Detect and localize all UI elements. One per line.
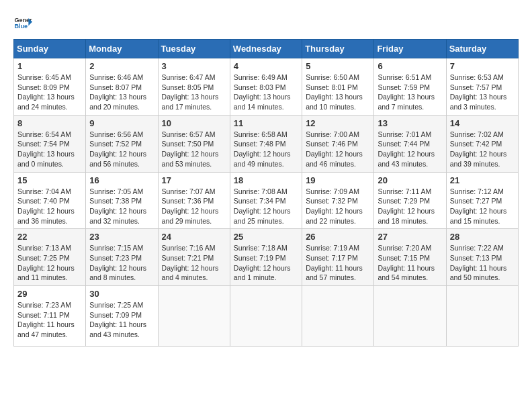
weekday-header-friday: Friday xyxy=(374,40,446,58)
calendar-cell: 1 Sunrise: 6:45 AMSunset: 8:09 PMDayligh… xyxy=(14,58,86,116)
day-number: 9 xyxy=(89,118,154,128)
calendar-cell: 14 Sunrise: 7:02 AMSunset: 7:42 PMDaylig… xyxy=(446,115,518,172)
calendar-cell: 27 Sunrise: 7:20 AMSunset: 7:15 PMDaylig… xyxy=(374,229,446,286)
calendar-cell: 28 Sunrise: 7:22 AMSunset: 7:13 PMDaylig… xyxy=(446,229,518,286)
cell-details: Sunrise: 7:12 AMSunset: 7:27 PMDaylight:… xyxy=(450,187,507,225)
day-number: 2 xyxy=(89,61,154,71)
cell-details: Sunrise: 7:20 AMSunset: 7:15 PMDaylight:… xyxy=(378,244,435,281)
calendar-header-row: SundayMondayTuesdayWednesdayThursdayFrid… xyxy=(14,40,519,58)
calendar-cell: 21 Sunrise: 7:12 AMSunset: 7:27 PMDaylig… xyxy=(446,172,518,229)
day-number: 23 xyxy=(89,232,154,242)
day-number: 12 xyxy=(306,118,370,128)
cell-details: Sunrise: 7:00 AMSunset: 7:46 PMDaylight:… xyxy=(306,130,363,168)
weekday-header-sunday: Sunday xyxy=(14,40,86,58)
day-number: 29 xyxy=(17,289,82,299)
day-number: 16 xyxy=(89,175,154,185)
calendar-cell xyxy=(158,286,230,347)
calendar-cell: 3 Sunrise: 6:47 AMSunset: 8:05 PMDayligh… xyxy=(158,58,230,116)
calendar-cell: 22 Sunrise: 7:13 AMSunset: 7:25 PMDaylig… xyxy=(14,229,86,286)
day-number: 22 xyxy=(17,232,82,242)
cell-details: Sunrise: 7:25 AMSunset: 7:09 PMDaylight:… xyxy=(89,301,146,338)
calendar-cell xyxy=(302,286,374,347)
cell-details: Sunrise: 7:07 AMSunset: 7:36 PMDaylight:… xyxy=(162,187,219,225)
day-number: 6 xyxy=(378,61,442,71)
day-number: 21 xyxy=(450,175,515,185)
cell-details: Sunrise: 6:49 AMSunset: 8:03 PMDaylight:… xyxy=(234,73,291,111)
calendar-week-row: 15 Sunrise: 7:04 AMSunset: 7:40 PMDaylig… xyxy=(14,172,519,229)
day-number: 19 xyxy=(306,175,370,185)
cell-details: Sunrise: 6:46 AMSunset: 8:07 PMDaylight:… xyxy=(89,73,146,111)
cell-details: Sunrise: 7:19 AMSunset: 7:17 PMDaylight:… xyxy=(306,244,363,281)
weekday-header-monday: Monday xyxy=(86,40,158,58)
calendar-cell: 23 Sunrise: 7:15 AMSunset: 7:23 PMDaylig… xyxy=(86,229,158,286)
calendar-cell: 17 Sunrise: 7:07 AMSunset: 7:36 PMDaylig… xyxy=(158,172,230,229)
calendar-cell: 8 Sunrise: 6:54 AMSunset: 7:54 PMDayligh… xyxy=(14,115,86,172)
day-number: 10 xyxy=(162,118,226,128)
calendar-cell: 29 Sunrise: 7:23 AMSunset: 7:11 PMDaylig… xyxy=(14,286,86,347)
day-number: 17 xyxy=(162,175,226,185)
calendar-week-row: 1 Sunrise: 6:45 AMSunset: 8:09 PMDayligh… xyxy=(14,58,519,116)
cell-details: Sunrise: 6:51 AMSunset: 7:59 PMDaylight:… xyxy=(378,73,435,111)
day-number: 5 xyxy=(306,61,370,71)
cell-details: Sunrise: 7:08 AMSunset: 7:34 PMDaylight:… xyxy=(234,187,291,225)
day-number: 3 xyxy=(162,61,226,71)
cell-details: Sunrise: 7:18 AMSunset: 7:19 PMDaylight:… xyxy=(234,244,291,281)
calendar-cell: 6 Sunrise: 6:51 AMSunset: 7:59 PMDayligh… xyxy=(374,58,446,116)
day-number: 30 xyxy=(89,289,154,299)
day-number: 24 xyxy=(162,232,226,242)
day-number: 1 xyxy=(17,61,82,71)
cell-details: Sunrise: 6:50 AMSunset: 8:01 PMDaylight:… xyxy=(306,73,363,111)
calendar-cell: 13 Sunrise: 7:01 AMSunset: 7:44 PMDaylig… xyxy=(374,115,446,172)
weekday-header-wednesday: Wednesday xyxy=(230,40,302,58)
calendar-cell: 12 Sunrise: 7:00 AMSunset: 7:46 PMDaylig… xyxy=(302,115,374,172)
cell-details: Sunrise: 6:54 AMSunset: 7:54 PMDaylight:… xyxy=(17,130,75,168)
calendar-cell: 2 Sunrise: 6:46 AMSunset: 8:07 PMDayligh… xyxy=(86,58,158,116)
cell-details: Sunrise: 7:13 AMSunset: 7:25 PMDaylight:… xyxy=(17,244,75,281)
cell-details: Sunrise: 6:56 AMSunset: 7:52 PMDaylight:… xyxy=(89,130,146,168)
day-number: 14 xyxy=(450,118,515,128)
cell-details: Sunrise: 7:04 AMSunset: 7:40 PMDaylight:… xyxy=(17,187,75,225)
cell-details: Sunrise: 7:22 AMSunset: 7:13 PMDaylight:… xyxy=(450,244,507,281)
weekday-header-thursday: Thursday xyxy=(302,40,374,58)
cell-details: Sunrise: 6:58 AMSunset: 7:48 PMDaylight:… xyxy=(234,130,291,168)
page-header: General Blue xyxy=(13,13,519,32)
calendar-cell: 30 Sunrise: 7:25 AMSunset: 7:09 PMDaylig… xyxy=(86,286,158,347)
day-number: 28 xyxy=(450,232,515,242)
calendar-cell: 26 Sunrise: 7:19 AMSunset: 7:17 PMDaylig… xyxy=(302,229,374,286)
calendar-cell: 15 Sunrise: 7:04 AMSunset: 7:40 PMDaylig… xyxy=(14,172,86,229)
calendar-cell: 10 Sunrise: 6:57 AMSunset: 7:50 PMDaylig… xyxy=(158,115,230,172)
day-number: 27 xyxy=(378,232,442,242)
day-number: 11 xyxy=(234,118,298,128)
calendar-cell: 16 Sunrise: 7:05 AMSunset: 7:38 PMDaylig… xyxy=(86,172,158,229)
calendar-cell xyxy=(446,286,518,347)
cell-details: Sunrise: 6:53 AMSunset: 7:57 PMDaylight:… xyxy=(450,73,507,111)
calendar-cell: 20 Sunrise: 7:11 AMSunset: 7:29 PMDaylig… xyxy=(374,172,446,229)
cell-details: Sunrise: 6:57 AMSunset: 7:50 PMDaylight:… xyxy=(162,130,219,168)
day-number: 8 xyxy=(17,118,82,128)
cell-details: Sunrise: 7:16 AMSunset: 7:21 PMDaylight:… xyxy=(162,244,219,281)
day-number: 25 xyxy=(234,232,298,242)
calendar-cell: 19 Sunrise: 7:09 AMSunset: 7:32 PMDaylig… xyxy=(302,172,374,229)
cell-details: Sunrise: 6:47 AMSunset: 8:05 PMDaylight:… xyxy=(162,73,219,111)
cell-details: Sunrise: 7:05 AMSunset: 7:38 PMDaylight:… xyxy=(89,187,146,225)
calendar-cell: 25 Sunrise: 7:18 AMSunset: 7:19 PMDaylig… xyxy=(230,229,302,286)
calendar-cell xyxy=(374,286,446,347)
day-number: 26 xyxy=(306,232,370,242)
cell-details: Sunrise: 6:45 AMSunset: 8:09 PMDaylight:… xyxy=(17,73,75,111)
calendar-table: SundayMondayTuesdayWednesdayThursdayFrid… xyxy=(13,39,519,347)
calendar-cell: 11 Sunrise: 6:58 AMSunset: 7:48 PMDaylig… xyxy=(230,115,302,172)
calendar-cell: 5 Sunrise: 6:50 AMSunset: 8:01 PMDayligh… xyxy=(302,58,374,116)
day-number: 13 xyxy=(378,118,442,128)
day-number: 4 xyxy=(234,61,298,71)
calendar-cell xyxy=(230,286,302,347)
calendar-week-row: 22 Sunrise: 7:13 AMSunset: 7:25 PMDaylig… xyxy=(14,229,519,286)
cell-details: Sunrise: 7:23 AMSunset: 7:11 PMDaylight:… xyxy=(17,301,75,338)
cell-details: Sunrise: 7:15 AMSunset: 7:23 PMDaylight:… xyxy=(89,244,146,281)
weekday-header-saturday: Saturday xyxy=(446,40,518,58)
day-number: 18 xyxy=(234,175,298,185)
weekday-header-tuesday: Tuesday xyxy=(158,40,230,58)
calendar-cell: 9 Sunrise: 6:56 AMSunset: 7:52 PMDayligh… xyxy=(86,115,158,172)
calendar-week-row: 8 Sunrise: 6:54 AMSunset: 7:54 PMDayligh… xyxy=(14,115,519,172)
cell-details: Sunrise: 7:02 AMSunset: 7:42 PMDaylight:… xyxy=(450,130,507,168)
calendar-week-row: 29 Sunrise: 7:23 AMSunset: 7:11 PMDaylig… xyxy=(14,286,519,347)
